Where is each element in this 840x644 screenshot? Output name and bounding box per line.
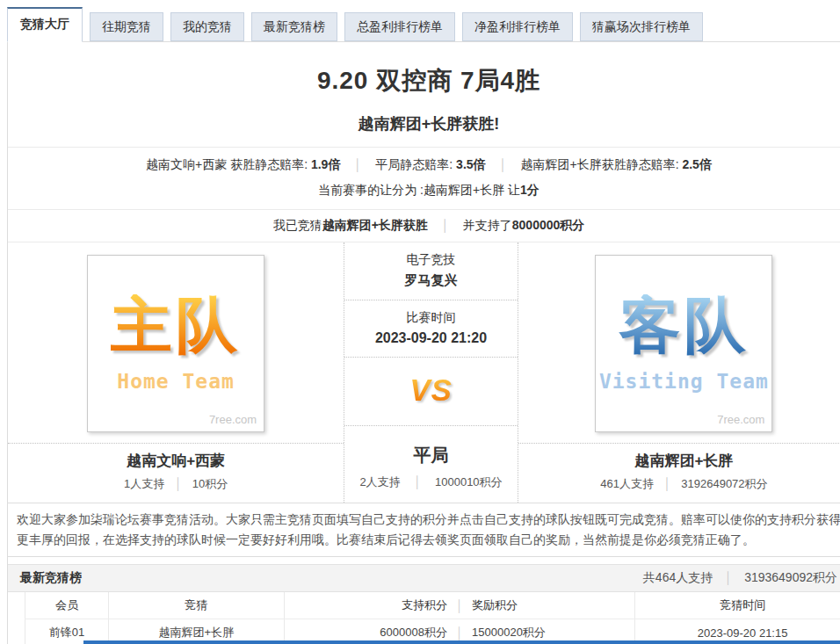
- main-panel: 9.20 双控商 7局4胜 越南辉团+长胖获胜! 越南文响+西蒙 获胜静态赔率:…: [7, 41, 840, 644]
- away-team-column: 客队 Visiting Team 7ree.com 越南辉团+长胖 461人支持…: [518, 242, 840, 503]
- event-category: 电子竞技: [344, 252, 518, 268]
- match-time-cell: 比赛时间 2023-09-20 21:20: [344, 300, 518, 358]
- odds-line: 越南文响+西蒙 获胜静态赔率: 1.9倍 │ 平局静态赔率: 3.5倍 │ 越南…: [8, 157, 840, 173]
- away-logo-wrap: 客队 Visiting Team 7ree.com: [595, 242, 772, 443]
- my-bet-mid: 并支持了: [463, 218, 512, 232]
- away-odds-label: 越南辉团+长胖获胜静态赔率:: [520, 157, 678, 171]
- tab-total-profit-rank[interactable]: 总盈利排行榜单: [344, 12, 455, 41]
- home-team-column: 主队 Home Team 7ree.com 越南文响+西蒙 1人支持 │ 10积…: [8, 242, 344, 503]
- away-odds-value: 2.5倍: [682, 157, 711, 171]
- col-header-bet: 竞猜: [108, 592, 284, 619]
- separator: │: [725, 571, 732, 584]
- latest-bets-header: 最新竞猜榜 共464人支持 │ 3193649092积分: [8, 564, 840, 592]
- bottom-partial-element: [83, 640, 840, 644]
- draw-support-line: 2人支持 │ 1000010积分: [344, 474, 518, 490]
- table-header-row: 会员 竞猜 支持积分 │ 奖励积分 竞猜时间: [25, 592, 840, 619]
- latest-bets-table: 会员 竞猜 支持积分 │ 奖励积分 竞猜时间 前锋01: [25, 592, 840, 644]
- match-result: 越南辉团+长胖获胜!: [8, 113, 840, 134]
- my-bet-section: 我已竞猜越南辉团+长胖获胜 │ 并支持了8000000积分: [8, 209, 840, 242]
- away-points: 3192649072积分: [681, 477, 767, 490]
- match-title: 9.20 双控商 7局4胜: [8, 64, 840, 98]
- tab-latest-bets[interactable]: 最新竞猜榜: [251, 12, 337, 41]
- home-team-name: 越南文响+西蒙: [8, 451, 344, 471]
- watermark-text: 7ree.com: [717, 413, 764, 426]
- away-team-name: 越南辉团+长胖: [518, 451, 840, 471]
- col-header-support: 支持积分: [288, 597, 447, 613]
- event-name: 罗马复兴: [344, 272, 518, 289]
- separator: │: [175, 477, 182, 490]
- cell-reward-points: 15000020积分: [472, 625, 631, 640]
- match-section: 主队 Home Team 7ree.com 越南文响+西蒙 1人支持 │ 10积…: [8, 242, 840, 503]
- col-header-member: 会员: [25, 592, 109, 619]
- home-team-info: 越南文响+西蒙 1人支持 │ 10积分: [8, 443, 344, 503]
- away-logo-text: 客队: [619, 294, 749, 356]
- home-odds-label: 越南文响+西蒙 获胜静态赔率:: [146, 157, 308, 171]
- col-header-time: 竞猜时间: [635, 592, 840, 619]
- draw-cell: 平局 2人支持 │ 1000010积分: [344, 426, 518, 501]
- draw-label: 平局: [344, 444, 518, 467]
- home-points: 10积分: [192, 477, 228, 490]
- separator: │: [456, 599, 463, 612]
- match-center-column: 电子竞技 罗马复兴 比赛时间 2023-09-20 21:20 VS 平局 2人…: [344, 242, 518, 503]
- draw-odds-value: 3.5倍: [456, 157, 485, 171]
- draw-odds-label: 平局静态赔率:: [375, 157, 453, 171]
- col-header-points: 支持积分 │ 奖励积分: [284, 592, 635, 619]
- my-bet-prefix: 我已竞猜: [273, 218, 322, 232]
- cell-support-points: 6000008积分: [288, 625, 447, 640]
- away-support-line: 461人支持 │ 3192649072积分: [518, 476, 840, 492]
- home-logo-text: 主队: [111, 294, 241, 356]
- home-logo-wrap: 主队 Home Team 7ree.com: [87, 242, 264, 443]
- tab-bar: 竞猜大厅 往期竞猜 我的竞猜 最新竞猜榜 总盈利排行榜单 净盈利排行榜单 猜赢场…: [7, 7, 840, 41]
- total-points: 3193649092积分: [744, 570, 837, 584]
- tab-bet-hall[interactable]: 竞猜大厅: [7, 7, 83, 42]
- vs-cell: VS: [344, 358, 518, 426]
- page: 竞猜大厅 往期竞猜 我的竞猜 最新竞猜榜 总盈利排行榜单 净盈利排行榜单 猜赢场…: [0, 0, 840, 644]
- latest-bets-totals: 共464人支持 │ 3193649092积分: [643, 570, 837, 586]
- event-cell: 电子竞技 罗马复兴: [344, 242, 518, 300]
- home-supporters: 1人支持: [124, 477, 164, 490]
- tab-my-bets[interactable]: 我的竞猜: [170, 12, 244, 41]
- my-bet-amount: 8000000积分: [512, 218, 585, 232]
- handicap-prefix: 当前赛事的让分为 :越南辉团+长胖 让: [318, 183, 520, 197]
- away-team-logo[interactable]: 客队 Visiting Team 7ree.com: [595, 255, 772, 432]
- separator: │: [456, 626, 463, 640]
- separator: │: [499, 158, 506, 171]
- home-logo-subtext: Home Team: [117, 370, 235, 393]
- col-header-reward: 奖励积分: [472, 597, 631, 613]
- handicap-line: 当前赛事的让分为 :越南辉团+长胖 让1分: [8, 183, 840, 199]
- away-team-info: 越南辉团+长胖 461人支持 │ 3192649072积分: [518, 443, 840, 503]
- total-supporters: 共464人支持: [643, 570, 713, 584]
- watermark-text: 7ree.com: [209, 413, 257, 426]
- home-support-line: 1人支持 │ 10积分: [8, 476, 344, 492]
- draw-points: 1000010积分: [435, 475, 503, 488]
- tab-win-count-rank[interactable]: 猜赢场次排行榜单: [580, 12, 703, 41]
- notice-section: 欢迎大家参加柒瑞论坛赛事竞猜活动。大家只需主竞猜页面填写自己支持的积分并点击自己…: [8, 503, 840, 557]
- vs-text: VS: [409, 373, 453, 408]
- notice-text: 欢迎大家参加柒瑞论坛赛事竞猜活动。大家只需主竞猜页面填写自己支持的积分并点击自己…: [17, 510, 840, 549]
- my-bet-choice: 越南辉团+长胖获胜: [322, 218, 428, 232]
- title-section: 9.20 双控商 7局4胜 越南辉团+长胖获胜!: [8, 42, 840, 147]
- match-time-label: 比赛时间: [344, 310, 518, 326]
- away-logo-subtext: Visiting Team: [599, 370, 769, 393]
- tab-net-profit-rank[interactable]: 净盈利排行榜单: [462, 12, 573, 41]
- odds-section: 越南文响+西蒙 获胜静态赔率: 1.9倍 │ 平局静态赔率: 3.5倍 │ 越南…: [8, 147, 840, 209]
- latest-bets-title: 最新竞猜榜: [20, 570, 82, 586]
- separator: │: [414, 475, 421, 488]
- match-time-value: 2023-09-20 21:20: [344, 330, 518, 346]
- separator: │: [442, 219, 449, 232]
- tab-past-bets[interactable]: 往期竞猜: [90, 12, 163, 41]
- draw-supporters: 2人支持: [359, 475, 400, 488]
- home-odds-value: 1.9倍: [311, 157, 340, 171]
- separator: │: [664, 477, 671, 490]
- away-supporters: 461人支持: [600, 477, 654, 490]
- home-team-logo[interactable]: 主队 Home Team 7ree.com: [87, 255, 264, 432]
- separator: │: [354, 158, 361, 171]
- handicap-value: 1分: [520, 183, 539, 197]
